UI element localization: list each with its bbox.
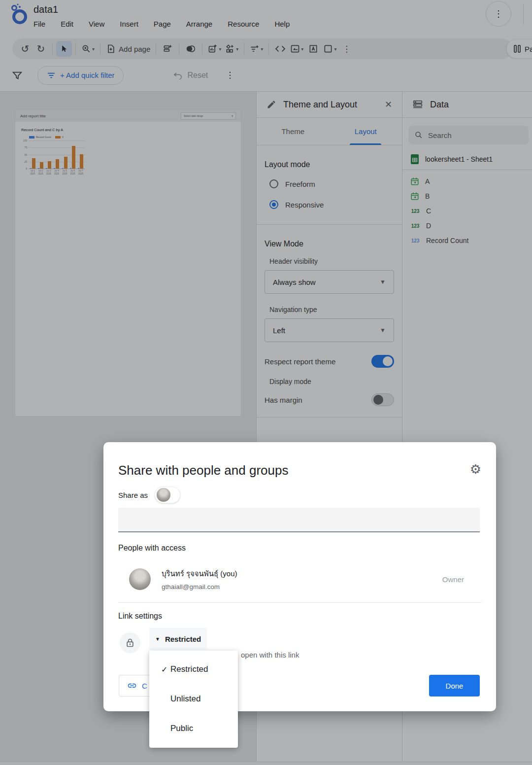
- owner-role: Owner: [442, 575, 464, 584]
- link-access-caption: open with this link: [241, 651, 299, 659]
- done-button[interactable]: Done: [429, 675, 480, 696]
- link-access-dropdown[interactable]: ▼ Restricted: [149, 628, 207, 650]
- chevron-down-icon: ▼: [155, 636, 160, 642]
- menu-item-label: Public: [170, 724, 193, 733]
- share-as-label: Share as: [118, 491, 148, 499]
- link-settings-heading: Link settings: [118, 612, 162, 621]
- add-people-input[interactable]: [118, 508, 480, 532]
- check-icon: ✓: [149, 665, 170, 674]
- avatar: [129, 568, 151, 590]
- menu-item-unlisted[interactable]: Unlisted: [149, 684, 238, 714]
- people-with-access-heading: People with access: [118, 544, 186, 553]
- owner-row: บุรินทร์ รุจจนพันธุ์ (you) gthaiall@gmai…: [129, 568, 481, 590]
- owner-name: บุรินทร์ รุจจนพันธุ์ (you): [162, 568, 237, 580]
- lock-icon: [126, 638, 134, 648]
- menu-item-label: Unlisted: [170, 694, 200, 704]
- menu-item-restricted[interactable]: ✓ Restricted: [149, 655, 238, 684]
- copy-link-label: C: [142, 682, 147, 690]
- gear-icon[interactable]: ⚙: [470, 462, 481, 477]
- link-access-menu: ✓ Restricted Unlisted Public: [149, 651, 238, 748]
- looker-studio-app: data1 File Edit View Insert Page Arrange…: [0, 0, 532, 765]
- avatar: [157, 488, 170, 502]
- link-access-value: Restricted: [165, 635, 201, 643]
- menu-item-public[interactable]: Public: [149, 714, 238, 743]
- share-dialog-title: Share with people and groups: [118, 463, 288, 478]
- menu-item-label: Restricted: [170, 664, 208, 674]
- link-access-icon-circle: [120, 632, 140, 653]
- share-as-account-chip[interactable]: [155, 487, 180, 503]
- link-icon: [127, 681, 137, 691]
- owner-email: gthaiall@gmail.com: [162, 583, 237, 591]
